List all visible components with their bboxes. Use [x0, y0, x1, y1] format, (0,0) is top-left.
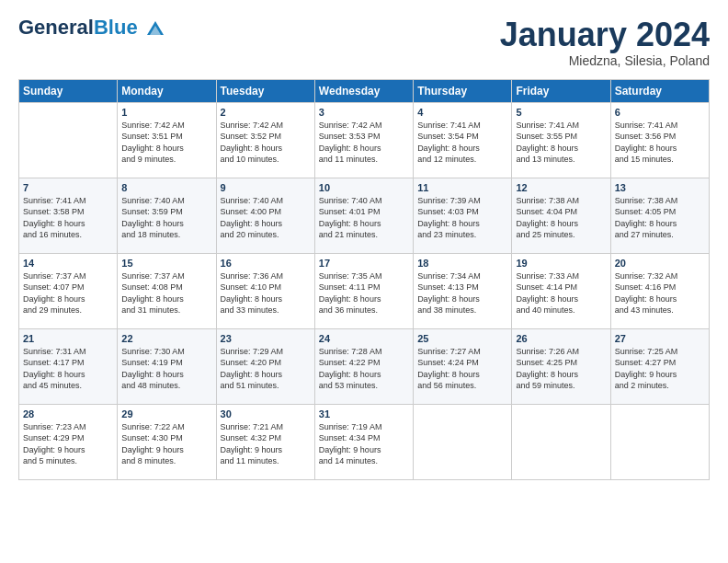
logo-text: GeneralBlue [18, 17, 165, 39]
day-number: 24 [319, 333, 409, 344]
day-number: 22 [121, 333, 211, 344]
cell-line: Daylight: 8 hours [417, 144, 480, 153]
cell-line: Daylight: 9 hours [319, 445, 381, 454]
day-number: 2 [221, 107, 311, 118]
cell-line: and 20 minutes. [221, 230, 279, 239]
cell-line: Sunset: 4:08 PM [121, 282, 183, 292]
cell-line: Sunrise: 7:34 AM [417, 271, 481, 281]
cell-content: Sunrise: 7:40 AMSunset: 4:00 PMDaylight:… [221, 195, 311, 241]
cell-line: Daylight: 9 hours [23, 445, 85, 454]
day-number: 1 [121, 107, 211, 118]
cell-line: Daylight: 9 hours [615, 370, 677, 379]
cell-content: Sunrise: 7:42 AMSunset: 3:52 PMDaylight:… [221, 120, 311, 166]
calendar-cell: 8Sunrise: 7:40 AMSunset: 3:59 PMDaylight… [118, 178, 216, 253]
cell-line: Sunset: 4:24 PM [417, 358, 479, 367]
day-number: 15 [121, 258, 211, 269]
cell-line: Daylight: 8 hours [221, 294, 283, 304]
calendar-cell: 17Sunrise: 7:35 AMSunset: 4:11 PMDayligh… [314, 253, 413, 328]
cell-content: Sunrise: 7:38 AMSunset: 4:04 PMDaylight:… [516, 195, 606, 241]
cell-line: Sunrise: 7:42 AM [121, 121, 185, 130]
cell-line: Sunrise: 7:37 AM [121, 271, 185, 281]
day-number: 13 [615, 182, 705, 193]
cell-content: Sunrise: 7:30 AMSunset: 4:19 PMDaylight:… [121, 346, 211, 392]
col-friday: Friday [512, 79, 610, 102]
cell-content: Sunrise: 7:32 AMSunset: 4:16 PMDaylight:… [615, 270, 705, 316]
cell-line: Sunset: 4:22 PM [319, 358, 381, 367]
cell-line: Sunset: 3:55 PM [516, 132, 577, 141]
col-sunday: Sunday [19, 79, 118, 102]
cell-content: Sunrise: 7:42 AMSunset: 3:53 PMDaylight:… [319, 120, 409, 166]
day-number: 30 [221, 408, 311, 419]
cell-line: Sunrise: 7:27 AM [417, 347, 481, 356]
calendar-cell: 22Sunrise: 7:30 AMSunset: 4:19 PMDayligh… [118, 328, 216, 404]
cell-line: Sunrise: 7:31 AM [23, 347, 86, 356]
cell-line: and 11 minutes. [221, 456, 279, 465]
cell-line: and 14 minutes. [319, 456, 378, 465]
cell-content: Sunrise: 7:41 AMSunset: 3:58 PMDaylight:… [23, 195, 113, 241]
col-wednesday: Wednesday [314, 79, 413, 102]
day-number: 25 [417, 333, 507, 344]
cell-line: and 59 minutes. [516, 381, 574, 390]
cell-line: and 27 minutes. [615, 230, 674, 239]
cell-line: Daylight: 9 hours [221, 445, 283, 454]
col-monday: Monday [118, 79, 216, 102]
day-number: 10 [319, 182, 409, 193]
calendar-cell: 24Sunrise: 7:28 AMSunset: 4:22 PMDayligh… [314, 328, 413, 404]
cell-line: Sunrise: 7:36 AM [221, 271, 284, 281]
calendar-cell [610, 404, 709, 479]
cell-content: Sunrise: 7:40 AMSunset: 3:59 PMDaylight:… [121, 195, 211, 241]
cell-line: Sunset: 3:54 PM [417, 132, 479, 141]
week-row-0: 1Sunrise: 7:42 AMSunset: 3:51 PMDaylight… [19, 102, 710, 178]
day-number: 9 [221, 182, 311, 193]
cell-line: Sunset: 4:17 PM [23, 358, 85, 367]
day-number: 5 [516, 107, 606, 118]
calendar-cell: 10Sunrise: 7:40 AMSunset: 4:01 PMDayligh… [314, 178, 413, 253]
day-number: 28 [23, 408, 113, 419]
week-row-3: 21Sunrise: 7:31 AMSunset: 4:17 PMDayligh… [19, 328, 710, 404]
day-number: 8 [121, 182, 211, 193]
col-saturday: Saturday [610, 79, 709, 102]
cell-line: Sunset: 4:30 PM [121, 433, 183, 442]
day-number: 6 [615, 107, 705, 118]
title-block: January 2024 Miedzna, Silesia, Poland [500, 17, 710, 68]
calendar-cell: 31Sunrise: 7:19 AMSunset: 4:34 PMDayligh… [314, 404, 413, 479]
cell-line: Daylight: 8 hours [121, 294, 184, 304]
calendar-cell: 15Sunrise: 7:37 AMSunset: 4:08 PMDayligh… [118, 253, 216, 328]
logo: GeneralBlue [18, 17, 165, 39]
cell-line: and 51 minutes. [221, 381, 279, 390]
cell-line: and 33 minutes. [221, 305, 279, 315]
cell-line: Daylight: 8 hours [516, 294, 578, 304]
cell-line: and 43 minutes. [615, 305, 674, 315]
cell-line: and 45 minutes. [23, 381, 82, 390]
cell-line: and 53 minutes. [319, 381, 378, 390]
cell-content: Sunrise: 7:29 AMSunset: 4:20 PMDaylight:… [221, 346, 311, 392]
cell-line: and 56 minutes. [417, 381, 476, 390]
day-number: 12 [516, 182, 606, 193]
cell-line: Daylight: 8 hours [516, 144, 578, 153]
day-number: 27 [615, 333, 705, 344]
cell-line: Sunset: 4:10 PM [221, 282, 282, 292]
cell-line: Daylight: 8 hours [417, 370, 480, 379]
calendar-cell [414, 404, 512, 479]
cell-line: Daylight: 8 hours [516, 219, 578, 228]
cell-content: Sunrise: 7:41 AMSunset: 3:54 PMDaylight:… [417, 120, 507, 166]
cell-line: Sunrise: 7:35 AM [319, 271, 382, 281]
cell-line: and 25 minutes. [516, 230, 574, 239]
cell-line: Daylight: 8 hours [221, 144, 283, 153]
cell-line: Daylight: 9 hours [121, 445, 184, 454]
calendar-cell [512, 404, 610, 479]
day-number: 17 [319, 258, 409, 269]
calendar-page: GeneralBlue January 2024 Miedzna, Silesi… [0, 0, 728, 563]
calendar-table: Sunday Monday Tuesday Wednesday Thursday… [18, 79, 710, 480]
logo-general: General [18, 16, 94, 39]
cell-line: Daylight: 8 hours [615, 144, 677, 153]
cell-content: Sunrise: 7:27 AMSunset: 4:24 PMDaylight:… [417, 346, 507, 392]
cell-line: and 10 minutes. [221, 155, 279, 164]
location: Miedzna, Silesia, Poland [500, 53, 710, 68]
cell-content: Sunrise: 7:26 AMSunset: 4:25 PMDaylight:… [516, 346, 606, 392]
cell-line: and 15 minutes. [615, 155, 674, 164]
col-tuesday: Tuesday [216, 79, 314, 102]
cell-line: and 18 minutes. [121, 230, 180, 239]
calendar-cell: 12Sunrise: 7:38 AMSunset: 4:04 PMDayligh… [512, 178, 610, 253]
day-number: 16 [221, 258, 311, 269]
